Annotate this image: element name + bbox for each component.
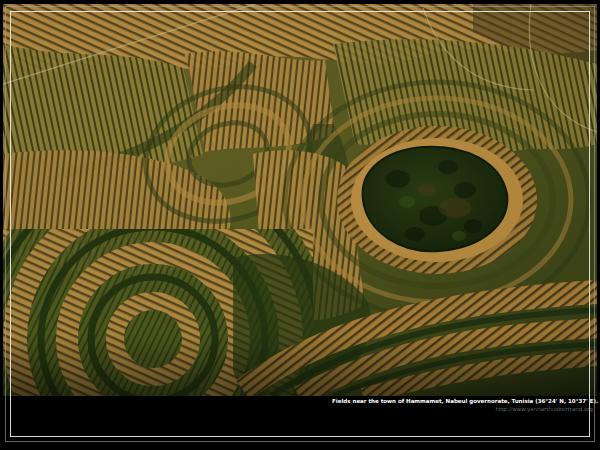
caption-title: Fields near the town of Hammamet, Nabeul… <box>332 398 598 405</box>
aerial-photo <box>3 4 597 396</box>
vignette <box>3 4 597 396</box>
wallpaper-background: Fields near the town of Hammamet, Nabeul… <box>0 0 600 450</box>
caption-url: http://www.yannarthusbertrand.org <box>332 406 598 413</box>
aerial-photo-art <box>3 4 597 396</box>
caption-block: Fields near the town of Hammamet, Nabeul… <box>332 398 598 413</box>
